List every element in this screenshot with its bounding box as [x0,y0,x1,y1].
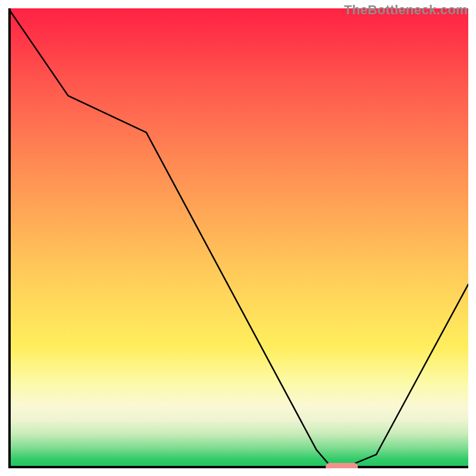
optimal-marker [325,463,358,468]
chart-overlay [8,8,468,468]
attribution-label: TheBottleneck.com [344,2,468,18]
bottleneck-curve [8,8,468,466]
bottleneck-chart: TheBottleneck.com [0,0,476,476]
